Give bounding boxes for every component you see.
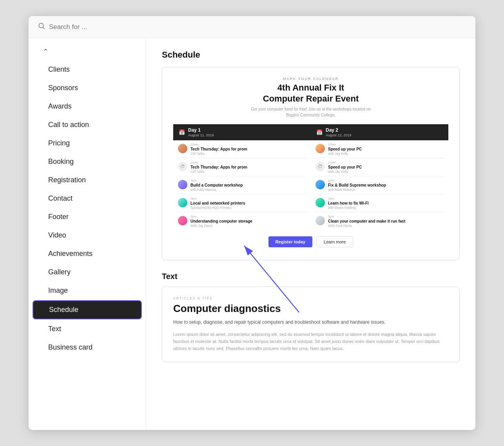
table-row: 5pm Clean your computer and make it run … [314, 212, 445, 230]
session-time: 11am [190, 161, 247, 164]
schedule-desc: Get your computer fixed for free! Join u… [244, 106, 377, 118]
app-window: ⌃ Clients Sponsors Awards Call to action… [29, 16, 475, 430]
schedule-days-grid: 📅 Day 1 August 11, 2019 [173, 124, 448, 230]
sidebar-item-video[interactable]: Video [33, 227, 142, 244]
text-card-inner: ARTICLES & TIPS Computer diagnostics How… [162, 287, 459, 362]
session-time: 3pm [190, 197, 245, 200]
calendar-icon-2: 📅 [316, 129, 323, 135]
session-time: 5pm [328, 215, 405, 218]
session-title: Tech Thursday: Apps for prom [190, 147, 247, 152]
sidebar-item-registration[interactable]: Registration [33, 171, 142, 189]
schedule-section: Schedule MARK YOUR CALENDAR 4th Annual F… [162, 50, 460, 260]
session-title: Build a Computer workshop [190, 183, 243, 188]
schedule-main-title: 4th Annual Fix ItComputer Repair Event [173, 82, 448, 104]
day2-label: Day 2 [326, 127, 352, 133]
table-row: 10am Tech Thursday: Apps for prom C87 ta… [176, 140, 308, 158]
session-time: 10am [328, 143, 362, 146]
session-time: 10am [190, 143, 247, 146]
schedule-header: MARK YOUR CALENDAR 4th Annual Fix ItComp… [173, 77, 448, 118]
table-row: 1pm Build a Computer workshop with Kelly… [176, 176, 308, 194]
search-icon [38, 22, 45, 31]
sidebar-item-text[interactable]: Text [33, 320, 142, 338]
text-body: Lorem ipsum dolor sit amet, consectetur … [173, 331, 448, 352]
search-bar [29, 16, 475, 38]
collapse-icon[interactable]: ⌃ [29, 47, 146, 60]
main-layout: ⌃ Clients Sponsors Awards Call to action… [29, 38, 475, 430]
sidebar-item-pricing[interactable]: Pricing [33, 134, 142, 152]
sidebar-item-awards[interactable]: Awards [33, 98, 142, 115]
schedule-supertitle: MARK YOUR CALENDAR [173, 77, 448, 81]
main-content: Schedule MARK YOUR CALENDAR 4th Annual F… [146, 38, 475, 430]
table-row: 10am Speed up your PC with Jay Kelly [314, 140, 445, 158]
session-title: Learn how to fix Wi-Fi [328, 201, 369, 206]
session-speaker: C87 talks [190, 152, 247, 156]
table-row: 3pm Learn how to fix Wi-Fi with Bruce Ki… [314, 194, 445, 212]
avatar [315, 144, 325, 153]
session-speaker: with Kelly Marcos [190, 188, 243, 192]
table-row: ⏱ 11am Speed up your PC with Jay Kelly [314, 158, 445, 176]
session-title: Tech Thursday: Apps for prom [190, 165, 247, 170]
day2-sessions: 10am Speed up your PC with Jay Kelly ⏱ [311, 140, 448, 230]
session-speaker: With Paul Denis [328, 224, 405, 228]
day1-date: August 11, 2019 [188, 133, 214, 137]
sidebar-item-achievements[interactable]: Achievements [33, 245, 142, 263]
session-title: Understanding computer storage [190, 219, 252, 224]
sidebar-item-image[interactable]: Image [33, 282, 142, 299]
table-row: 3pm Local and networked printers Sponsor… [176, 194, 308, 212]
sidebar-item-booking[interactable]: Booking [33, 153, 142, 170]
schedule-card-inner: MARK YOUR CALENDAR 4th Annual Fix ItComp… [162, 67, 459, 260]
table-row: ⏱ 11am Tech Thursday: Apps for prom C87 … [176, 158, 308, 176]
avatar [178, 180, 187, 189]
day1-sessions: 10am Tech Thursday: Apps for prom C87 ta… [173, 140, 311, 230]
text-supertitle: ARTICLES & TIPS [173, 296, 448, 300]
sidebar-item-sponsors[interactable]: Sponsors [33, 79, 142, 97]
session-speaker: C87 talks [190, 170, 247, 174]
day1-header: 📅 Day 1 August 11, 2019 [173, 124, 311, 140]
session-title: Clean your computer and make it run fast [328, 219, 405, 224]
session-speaker: with Mark Rowson [328, 188, 386, 192]
text-card: ARTICLES & TIPS Computer diagnostics How… [162, 286, 460, 362]
session-title: Local and networked printers [190, 201, 245, 206]
session-time: 1pm [328, 179, 386, 182]
avatar: ⏱ [315, 162, 325, 171]
sidebar: ⌃ Clients Sponsors Awards Call to action… [29, 38, 146, 430]
table-row: 1pm Fix & Build Supreme workshop with Ma… [314, 176, 445, 194]
avatar [178, 216, 187, 225]
text-intro: How to setup, diagnose, and repair typic… [173, 319, 448, 326]
sidebar-item-clients[interactable]: Clients [33, 61, 142, 78]
day1-column: 📅 Day 1 August 11, 2019 [173, 124, 311, 230]
session-time: 3pm [328, 197, 369, 200]
session-time: 1pm [190, 179, 243, 182]
day2-header: 📅 Day 2 August 12, 2019 [311, 124, 448, 140]
session-time: 5pm [190, 215, 252, 218]
schedule-card: MARK YOUR CALENDAR 4th Annual Fix ItComp… [162, 67, 460, 260]
session-title: Speed up your PC [328, 165, 362, 170]
session-title: Fix & Build Supreme workshop [328, 183, 386, 188]
session-speaker: with Jay Kelly [328, 152, 362, 156]
text-section-title: Text [162, 272, 460, 281]
sidebar-item-business-card[interactable]: Business card [33, 339, 142, 356]
sidebar-item-contact[interactable]: Contact [33, 190, 142, 207]
sidebar-item-gallery[interactable]: Gallery [33, 263, 142, 281]
avatar [178, 144, 187, 153]
session-speaker: With Jay Davis [190, 224, 252, 228]
schedule-section-title: Schedule [162, 50, 460, 60]
session-title: Speed up your PC [328, 147, 362, 152]
sidebar-item-schedule[interactable]: Schedule [33, 300, 142, 319]
avatar [178, 198, 187, 207]
learn-more-button[interactable]: Learn more [316, 236, 353, 247]
avatar [315, 216, 325, 225]
session-time: 11am [328, 161, 362, 164]
svg-line-1 [43, 27, 45, 29]
schedule-actions: Register today Learn more [173, 236, 448, 250]
text-main-title: Computer diagnostics [173, 303, 448, 315]
avatar [315, 198, 325, 207]
day2-date: August 12, 2019 [326, 133, 352, 137]
avatar [315, 180, 325, 189]
sidebar-item-call-to-action[interactable]: Call to action [33, 116, 142, 134]
search-input[interactable] [49, 23, 466, 31]
avatar: ⏱ [178, 162, 187, 171]
sidebar-item-footer[interactable]: Footer [33, 208, 142, 226]
day1-label: Day 1 [188, 127, 214, 133]
register-button[interactable]: Register today [268, 236, 312, 247]
